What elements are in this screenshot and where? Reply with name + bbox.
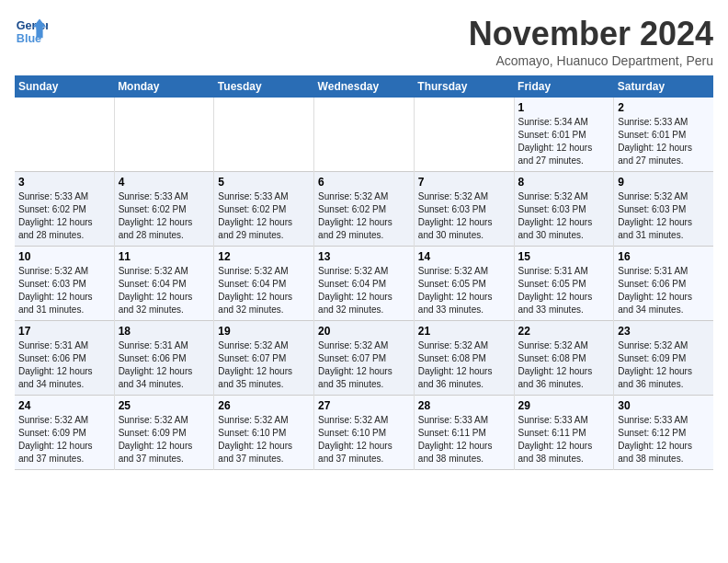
day-cell: 21Sunrise: 5:32 AM Sunset: 6:08 PM Dayli…	[414, 321, 514, 396]
header-wednesday: Wednesday	[314, 75, 415, 98]
day-cell: 24Sunrise: 5:32 AM Sunset: 6:09 PM Dayli…	[15, 396, 114, 470]
day-number: 23	[618, 325, 710, 338]
month-title: November 2024	[469, 15, 713, 53]
day-info: Sunrise: 5:32 AM Sunset: 6:04 PM Dayligh…	[119, 265, 210, 316]
calendar-body: 1Sunrise: 5:34 AM Sunset: 6:01 PM Daylig…	[15, 98, 713, 470]
day-number: 28	[418, 399, 510, 412]
header-monday: Monday	[114, 75, 214, 98]
day-info: Sunrise: 5:32 AM Sunset: 6:07 PM Dayligh…	[318, 339, 410, 391]
day-number: 26	[218, 399, 310, 412]
day-number: 21	[418, 325, 510, 338]
location-subtitle: Acomayo, Huanuco Department, Peru	[469, 53, 713, 68]
day-cell: 13Sunrise: 5:32 AM Sunset: 6:04 PM Dayli…	[314, 247, 415, 321]
day-info: Sunrise: 5:32 AM Sunset: 6:07 PM Dayligh…	[218, 339, 310, 391]
day-cell	[214, 98, 314, 172]
day-number: 8	[518, 176, 610, 189]
day-cell: 14Sunrise: 5:32 AM Sunset: 6:05 PM Dayli…	[414, 247, 514, 321]
day-cell: 9Sunrise: 5:32 AM Sunset: 6:03 PM Daylig…	[614, 172, 713, 247]
day-number: 14	[418, 250, 510, 263]
day-number: 27	[318, 399, 410, 412]
day-info: Sunrise: 5:33 AM Sunset: 6:11 PM Dayligh…	[518, 414, 610, 465]
day-cell: 4Sunrise: 5:33 AM Sunset: 6:02 PM Daylig…	[114, 172, 214, 247]
day-cell	[114, 98, 214, 172]
logo: General Blue	[15, 15, 48, 48]
week-row-4: 17Sunrise: 5:31 AM Sunset: 6:06 PM Dayli…	[15, 321, 713, 396]
day-cell: 11Sunrise: 5:32 AM Sunset: 6:04 PM Dayli…	[114, 247, 214, 321]
day-cell: 25Sunrise: 5:32 AM Sunset: 6:09 PM Dayli…	[114, 396, 214, 470]
day-number: 16	[618, 250, 710, 263]
day-info: Sunrise: 5:32 AM Sunset: 6:04 PM Dayligh…	[318, 265, 410, 316]
header-saturday: Saturday	[614, 75, 713, 98]
day-number: 24	[18, 399, 110, 412]
day-number: 11	[119, 250, 210, 263]
day-number: 25	[119, 399, 210, 412]
day-info: Sunrise: 5:33 AM Sunset: 6:12 PM Dayligh…	[618, 414, 710, 465]
header-sunday: Sunday	[15, 75, 114, 98]
day-info: Sunrise: 5:31 AM Sunset: 6:06 PM Dayligh…	[119, 339, 210, 391]
day-info: Sunrise: 5:33 AM Sunset: 6:02 PM Dayligh…	[18, 190, 110, 242]
day-number: 6	[318, 176, 410, 189]
day-info: Sunrise: 5:32 AM Sunset: 6:09 PM Dayligh…	[618, 339, 710, 391]
day-info: Sunrise: 5:32 AM Sunset: 6:10 PM Dayligh…	[218, 414, 310, 465]
day-number: 7	[418, 176, 510, 189]
day-info: Sunrise: 5:32 AM Sunset: 6:03 PM Dayligh…	[18, 265, 110, 316]
day-cell: 28Sunrise: 5:33 AM Sunset: 6:11 PM Dayli…	[414, 396, 514, 470]
day-cell: 20Sunrise: 5:32 AM Sunset: 6:07 PM Dayli…	[314, 321, 415, 396]
day-info: Sunrise: 5:32 AM Sunset: 6:03 PM Dayligh…	[518, 190, 610, 242]
day-cell: 6Sunrise: 5:32 AM Sunset: 6:02 PM Daylig…	[314, 172, 415, 247]
day-info: Sunrise: 5:32 AM Sunset: 6:09 PM Dayligh…	[119, 414, 210, 465]
day-info: Sunrise: 5:34 AM Sunset: 6:01 PM Dayligh…	[518, 116, 610, 167]
title-block: November 2024 Acomayo, Huanuco Departmen…	[469, 15, 713, 68]
day-info: Sunrise: 5:33 AM Sunset: 6:02 PM Dayligh…	[218, 190, 310, 242]
day-number: 4	[119, 176, 210, 189]
day-info: Sunrise: 5:32 AM Sunset: 6:02 PM Dayligh…	[318, 190, 410, 242]
day-info: Sunrise: 5:32 AM Sunset: 6:04 PM Dayligh…	[218, 265, 310, 316]
week-row-1: 1Sunrise: 5:34 AM Sunset: 6:01 PM Daylig…	[15, 98, 713, 172]
day-info: Sunrise: 5:32 AM Sunset: 6:10 PM Dayligh…	[318, 414, 410, 465]
day-number: 22	[518, 325, 610, 338]
calendar-header-row: SundayMondayTuesdayWednesdayThursdayFrid…	[15, 75, 713, 98]
day-cell: 3Sunrise: 5:33 AM Sunset: 6:02 PM Daylig…	[15, 172, 114, 247]
day-number: 29	[518, 399, 610, 412]
day-cell: 23Sunrise: 5:32 AM Sunset: 6:09 PM Dayli…	[614, 321, 713, 396]
week-row-3: 10Sunrise: 5:32 AM Sunset: 6:03 PM Dayli…	[15, 247, 713, 321]
day-info: Sunrise: 5:33 AM Sunset: 6:02 PM Dayligh…	[119, 190, 210, 242]
day-number: 2	[618, 101, 710, 114]
day-cell: 29Sunrise: 5:33 AM Sunset: 6:11 PM Dayli…	[514, 396, 614, 470]
day-number: 30	[618, 399, 710, 412]
day-cell: 10Sunrise: 5:32 AM Sunset: 6:03 PM Dayli…	[15, 247, 114, 321]
logo-icon: General Blue	[15, 15, 48, 48]
day-cell: 8Sunrise: 5:32 AM Sunset: 6:03 PM Daylig…	[514, 172, 614, 247]
day-info: Sunrise: 5:33 AM Sunset: 6:01 PM Dayligh…	[618, 116, 710, 167]
day-number: 17	[18, 325, 110, 338]
day-cell: 12Sunrise: 5:32 AM Sunset: 6:04 PM Dayli…	[214, 247, 314, 321]
day-number: 9	[618, 176, 710, 189]
day-number: 13	[318, 250, 410, 263]
page-header: General Blue November 2024 Acomayo, Huan…	[15, 15, 713, 68]
day-number: 1	[518, 101, 610, 114]
header-thursday: Thursday	[414, 75, 514, 98]
day-info: Sunrise: 5:33 AM Sunset: 6:11 PM Dayligh…	[418, 414, 510, 465]
day-info: Sunrise: 5:31 AM Sunset: 6:06 PM Dayligh…	[618, 265, 710, 316]
day-cell	[414, 98, 514, 172]
day-info: Sunrise: 5:32 AM Sunset: 6:09 PM Dayligh…	[18, 414, 110, 465]
header-tuesday: Tuesday	[214, 75, 314, 98]
day-number: 15	[518, 250, 610, 263]
day-number: 5	[218, 176, 310, 189]
day-info: Sunrise: 5:32 AM Sunset: 6:05 PM Dayligh…	[418, 265, 510, 316]
day-cell: 1Sunrise: 5:34 AM Sunset: 6:01 PM Daylig…	[514, 98, 614, 172]
week-row-5: 24Sunrise: 5:32 AM Sunset: 6:09 PM Dayli…	[15, 396, 713, 470]
day-number: 10	[18, 250, 110, 263]
day-cell: 19Sunrise: 5:32 AM Sunset: 6:07 PM Dayli…	[214, 321, 314, 396]
day-cell: 30Sunrise: 5:33 AM Sunset: 6:12 PM Dayli…	[614, 396, 713, 470]
day-cell: 7Sunrise: 5:32 AM Sunset: 6:03 PM Daylig…	[414, 172, 514, 247]
day-info: Sunrise: 5:32 AM Sunset: 6:03 PM Dayligh…	[418, 190, 510, 242]
day-info: Sunrise: 5:32 AM Sunset: 6:08 PM Dayligh…	[418, 339, 510, 391]
day-cell	[15, 98, 114, 172]
day-number: 12	[218, 250, 310, 263]
day-cell: 2Sunrise: 5:33 AM Sunset: 6:01 PM Daylig…	[614, 98, 713, 172]
day-cell: 5Sunrise: 5:33 AM Sunset: 6:02 PM Daylig…	[214, 172, 314, 247]
day-cell: 18Sunrise: 5:31 AM Sunset: 6:06 PM Dayli…	[114, 321, 214, 396]
day-cell: 27Sunrise: 5:32 AM Sunset: 6:10 PM Dayli…	[314, 396, 415, 470]
week-row-2: 3Sunrise: 5:33 AM Sunset: 6:02 PM Daylig…	[15, 172, 713, 247]
